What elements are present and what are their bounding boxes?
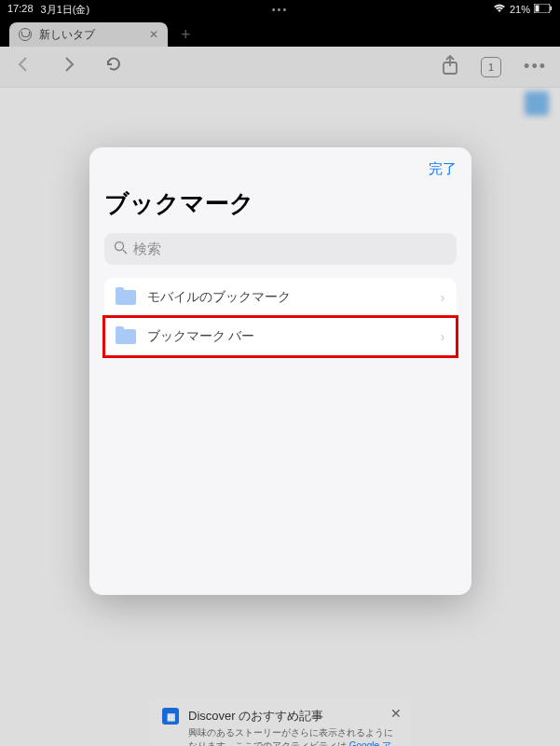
folder-icon	[116, 290, 136, 305]
search-icon	[114, 241, 128, 257]
bookmarks-modal: 完了 ブックマーク 検索 モバイルのブックマーク › ブックマーク バー ›	[89, 147, 471, 595]
folder-label: モバイルのブックマーク	[147, 289, 430, 306]
svg-line-5	[123, 250, 127, 254]
folder-label: ブックマーク バー	[147, 328, 430, 345]
folder-row-mobile-bookmarks[interactable]: モバイルのブックマーク ›	[104, 278, 457, 317]
search-placeholder: 検索	[133, 241, 161, 258]
svg-point-4	[115, 242, 123, 251]
chevron-right-icon: ›	[441, 290, 445, 305]
chevron-right-icon: ›	[441, 329, 445, 344]
modal-overlay: 完了 ブックマーク 検索 モバイルのブックマーク › ブックマーク バー ›	[0, 0, 560, 746]
done-button[interactable]: 完了	[429, 160, 457, 178]
search-input[interactable]: 検索	[104, 233, 457, 265]
folder-row-bookmark-bar[interactable]: ブックマーク バー ›	[104, 317, 457, 356]
folder-icon	[116, 329, 136, 344]
modal-title: ブックマーク	[104, 187, 457, 220]
bookmark-folder-list: モバイルのブックマーク › ブックマーク バー ›	[104, 278, 457, 356]
